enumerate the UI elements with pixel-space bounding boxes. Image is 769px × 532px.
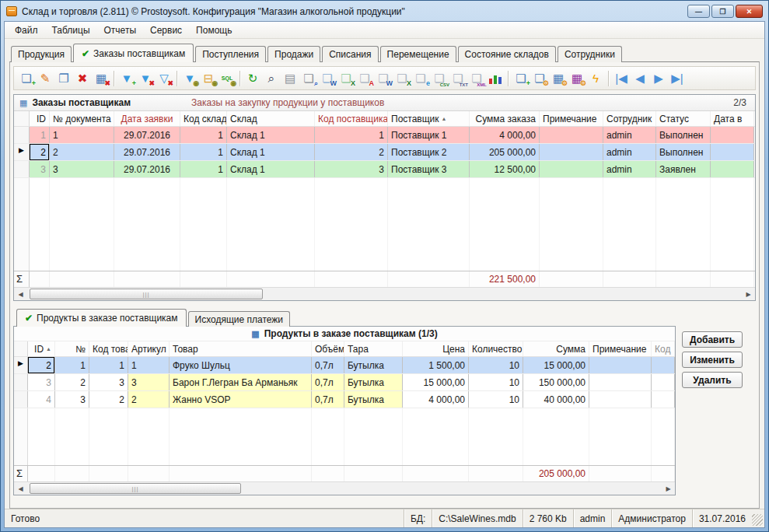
column-header[interactable]: Код поставщика — [315, 111, 388, 126]
cell[interactable]: 3 — [28, 374, 55, 390]
orders-horizontal-scrollbar[interactable]: ◀ ||| ▶ — [14, 287, 755, 300]
cell[interactable]: 1 — [180, 127, 227, 143]
remove-filter-icon[interactable]: ▼✖ — [136, 69, 155, 88]
column-header[interactable]: Количество — [469, 341, 523, 356]
cell[interactable]: Склад 1 — [227, 161, 315, 177]
column-header[interactable]: ID — [30, 111, 50, 126]
column-header[interactable]: Товар — [170, 341, 312, 356]
table-row[interactable]: ▶2111Фруко Шульц0,7лБутылка1 500,001015 … — [14, 357, 675, 374]
open-in-excel-icon[interactable]: ❏X — [337, 69, 355, 88]
tab-outgoing-payments[interactable]: Исходящие платежи — [188, 311, 291, 327]
cell[interactable]: 3 — [89, 374, 128, 390]
scrollbar-thumb[interactable]: ||| — [30, 289, 263, 299]
print-icon[interactable]: ▤ — [281, 69, 299, 88]
cell[interactable]: Бутылка — [344, 357, 403, 373]
nav-first-icon[interactable]: |◀ — [612, 69, 631, 88]
cell[interactable]: 40 000,00 — [523, 391, 589, 408]
scroll-left-icon[interactable]: ◀ — [14, 485, 27, 492]
cell[interactable]: admin — [603, 127, 656, 143]
cell[interactable]: Поставщик 3 — [388, 161, 470, 177]
search-icon[interactable]: ⌕ — [262, 69, 281, 88]
cell[interactable]: 0,7л — [312, 357, 344, 373]
cell[interactable]: 1 — [89, 357, 128, 373]
cell[interactable]: 150 000,00 — [523, 374, 589, 390]
scroll-right-icon[interactable]: ▶ — [662, 485, 675, 492]
cell[interactable]: Бутылка — [344, 391, 403, 408]
cell[interactable]: 2 — [30, 144, 50, 160]
table-row[interactable]: 3233Барон Г.Легран Ба Арманьяк0,7лБутылк… — [14, 374, 675, 391]
column-header[interactable]: Цена — [403, 341, 469, 356]
cell[interactable]: Бутылка — [344, 374, 403, 390]
minimize-button[interactable]: — — [687, 5, 710, 18]
cell[interactable] — [540, 144, 603, 160]
cell[interactable]: 2 — [55, 374, 89, 390]
table-settings-icon[interactable]: ▦⚙ — [549, 69, 568, 88]
cell[interactable]: 0,7л — [312, 391, 344, 408]
cell[interactable]: admin — [603, 161, 656, 177]
cell[interactable]: Выполнен — [656, 144, 711, 160]
cell[interactable]: Поставщик 1 — [388, 127, 470, 143]
cell[interactable]: 12 500,00 — [470, 161, 540, 177]
cell[interactable]: Выполнен — [656, 127, 711, 143]
copy-record-icon[interactable]: ❐ — [54, 69, 73, 88]
tab-receipts[interactable]: Поступления — [195, 46, 266, 62]
table-row[interactable]: 4322Жанно VSOP0,7лБутылка4 000,001040 00… — [14, 391, 675, 408]
export-pdf-icon[interactable]: ❏A — [355, 69, 374, 88]
table-row[interactable]: 3329.07.20161Склад 13Поставщик 312 500,0… — [14, 161, 755, 178]
cell[interactable]: admin — [603, 144, 656, 160]
cell[interactable]: Барон Г.Легран Ба Арманьяк — [170, 374, 312, 390]
cell[interactable]: 1 — [128, 357, 170, 373]
cell[interactable]: 1 — [180, 144, 227, 160]
resize-grip-icon[interactable] — [752, 514, 763, 526]
add-record-icon[interactable]: ❏+ — [17, 69, 36, 88]
cell[interactable]: 10 — [469, 357, 523, 373]
scrollbar-thumb[interactable]: ||| — [30, 483, 241, 494]
menu-item-help[interactable]: Помощь — [189, 23, 239, 38]
column-header[interactable]: Код склада — [180, 111, 227, 126]
cell[interactable]: Склад 1 — [227, 127, 315, 143]
refresh-icon[interactable]: ↻ — [243, 69, 262, 88]
nav-prev-icon[interactable]: ◀ — [631, 69, 649, 88]
cell[interactable] — [652, 391, 675, 408]
cell[interactable]: 29.07.2016 — [114, 161, 180, 177]
export-html-icon[interactable]: ❏e — [411, 69, 430, 88]
edit-record-icon[interactable]: ✎ — [36, 69, 54, 88]
edit-button[interactable]: Изменить — [682, 352, 743, 368]
column-header[interactable]: ID▲ — [28, 341, 55, 356]
add-detail-record-icon[interactable]: ❏+ — [512, 69, 530, 88]
menu-item-service[interactable]: Сервис — [143, 23, 189, 38]
column-header[interactable]: Объём — [312, 341, 344, 356]
tab-products[interactable]: Продукция — [11, 46, 72, 62]
view-filter-icon[interactable]: ▼◉ — [180, 69, 199, 88]
cell[interactable]: 10 — [469, 391, 523, 408]
column-header[interactable]: № документа — [50, 111, 114, 126]
cell[interactable]: 3 — [30, 161, 50, 177]
cell[interactable]: 4 — [28, 391, 55, 408]
cell[interactable]: 3 — [55, 391, 89, 408]
column-header[interactable]: Артикул — [128, 341, 170, 356]
open-in-word-icon[interactable]: ❏W — [318, 69, 337, 88]
cell[interactable] — [540, 127, 603, 143]
cell[interactable]: 1 500,00 — [403, 357, 469, 373]
subtable-settings-icon[interactable]: ▦⚙ — [568, 69, 586, 88]
export-txt-icon[interactable]: ❏TXT — [449, 69, 467, 88]
cell[interactable]: Жанно VSOP — [170, 391, 312, 408]
column-header[interactable]: Поставщик▲ — [388, 111, 470, 126]
cell[interactable] — [711, 161, 754, 177]
cell[interactable]: Фруко Шульц — [170, 357, 312, 373]
add-button[interactable]: Добавить — [682, 331, 743, 348]
cell[interactable]: 3 — [50, 161, 114, 177]
tab-sales[interactable]: Продажи — [267, 46, 320, 62]
print-preview-icon[interactable]: ❏⌕ — [299, 69, 318, 88]
view-sql-icon[interactable]: SQL◉ — [218, 69, 236, 88]
delete-button[interactable]: Удалить — [682, 372, 743, 388]
export-xml-icon[interactable]: ❏XML — [467, 69, 486, 88]
tab-transfers[interactable]: Перемещение — [380, 46, 456, 62]
table-row[interactable]: ▶2229.07.20161Склад 12Поставщик 2205 000… — [14, 144, 755, 161]
scroll-left-icon[interactable]: ◀ — [14, 291, 27, 298]
cell[interactable] — [589, 374, 652, 390]
menu-item-tables[interactable]: Таблицы — [45, 23, 97, 38]
cell[interactable] — [652, 374, 675, 390]
cell[interactable]: 1 — [315, 127, 388, 143]
cell[interactable] — [711, 127, 754, 143]
